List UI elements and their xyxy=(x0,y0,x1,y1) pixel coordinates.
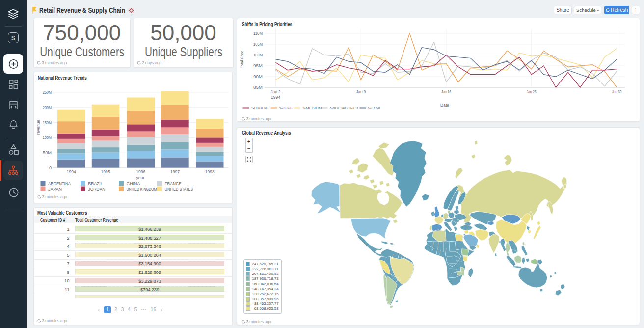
svg-text:100M: 100M xyxy=(43,135,52,140)
svg-text:Jan 23: Jan 23 xyxy=(526,89,536,94)
svg-text:110M: 110M xyxy=(253,31,263,36)
svg-text:Total Price: Total Price xyxy=(240,51,244,68)
svg-text:1995: 1995 xyxy=(101,169,110,174)
svg-text:Jan 9: Jan 9 xyxy=(356,89,366,94)
svg-text:200M: 200M xyxy=(43,105,52,110)
svg-text:50M: 50M xyxy=(43,150,52,155)
svg-text:90M: 90M xyxy=(253,74,263,79)
svg-text:Jan 2: Jan 2 xyxy=(270,89,280,94)
svg-text:CHINA: CHINA xyxy=(126,181,140,186)
svg-text:250M: 250M xyxy=(43,90,52,95)
svg-text:ARGENTINA: ARGENTINA xyxy=(48,181,71,186)
svg-text:UNITED STATES: UNITED STATES xyxy=(164,187,193,191)
svg-text:Date: Date xyxy=(440,103,449,108)
svg-text:1996: 1996 xyxy=(136,169,145,174)
svg-text:JAPAN: JAPAN xyxy=(48,187,62,191)
svg-text:BRAZIL: BRAZIL xyxy=(88,181,103,186)
svg-text:JORDAN: JORDAN xyxy=(88,187,105,191)
svg-text:3-MEDIUM: 3-MEDIUM xyxy=(302,106,322,110)
svg-text:100M: 100M xyxy=(253,53,263,57)
svg-text:2-HIGH: 2-HIGH xyxy=(279,106,292,110)
svg-text:0: 0 xyxy=(49,165,52,170)
svg-text:FRANCE: FRANCE xyxy=(164,181,181,186)
svg-text:4-NOT SPECIFIED: 4-NOT SPECIFIED xyxy=(329,106,358,110)
svg-text:85M: 85M xyxy=(253,85,263,90)
svg-text:1994: 1994 xyxy=(66,169,76,174)
svg-text:revenue: revenue xyxy=(36,120,41,135)
svg-text:1-URGENT: 1-URGENT xyxy=(251,106,268,110)
svg-text:105M: 105M xyxy=(253,42,263,47)
svg-text:UNITED KINGDOM: UNITED KINGDOM xyxy=(126,187,157,191)
svg-text:1998: 1998 xyxy=(205,169,214,174)
svg-text:Jan 30: Jan 30 xyxy=(612,89,621,94)
svg-text:150M: 150M xyxy=(43,120,52,125)
svg-text:1994: 1994 xyxy=(271,95,280,100)
svg-text:95M: 95M xyxy=(253,63,263,68)
svg-text:year: year xyxy=(136,175,144,180)
svg-text:Jan 16: Jan 16 xyxy=(441,89,451,94)
svg-text:1997: 1997 xyxy=(170,169,179,174)
svg-text:5-LOW: 5-LOW xyxy=(368,106,380,110)
